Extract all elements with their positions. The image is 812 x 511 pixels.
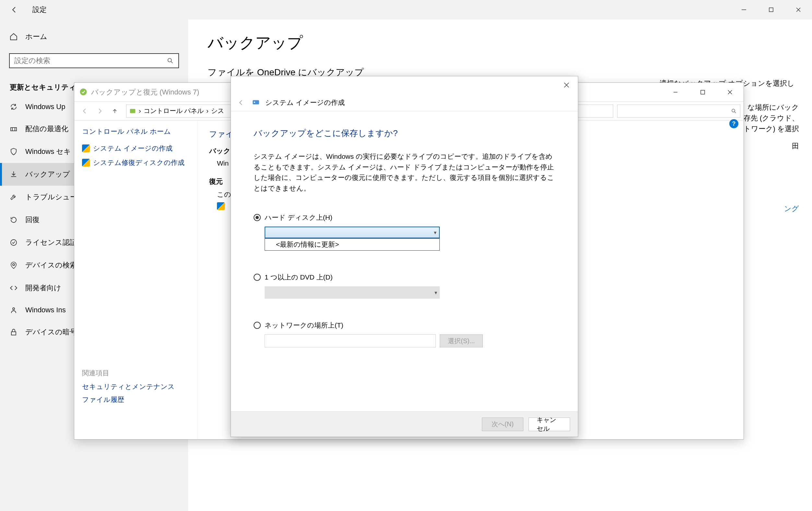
breadcrumb-2[interactable]: シス [211,106,224,115]
svg-rect-12 [130,109,136,113]
hdd-dropdown: <最新の情報に更新> [265,238,440,251]
svg-line-3 [171,62,173,63]
recovery-icon [9,216,18,224]
home-icon [9,32,18,41]
svg-point-7 [13,308,14,310]
svg-rect-15 [253,100,259,104]
close-button[interactable] [785,1,812,18]
location-icon [9,261,18,269]
svg-point-13 [732,109,735,112]
settings-title: 設定 [32,5,47,15]
backup-restore-icon [79,87,89,97]
radio-icon [254,274,261,281]
svg-point-2 [168,58,172,62]
chevron-down-icon: ▾ [435,290,437,296]
help-icon[interactable]: ? [729,119,738,128]
cp-nav-up[interactable] [107,104,122,118]
breadcrumb-icon [129,107,136,115]
search-input[interactable] [14,56,167,65]
minimize-button[interactable] [730,1,757,18]
next-button[interactable]: 次へ(N) [482,418,523,431]
option-hard-disk[interactable]: ハード ディスク上(H) [254,213,555,222]
lock-icon [9,328,18,336]
delivery-icon [9,125,18,133]
related-security[interactable]: セキュリティとメンテナンス [82,382,190,391]
cp-nav-back[interactable] [78,104,92,118]
breadcrumb-sep2: › [206,107,208,115]
chevron-down-icon: ▾ [434,230,436,236]
search-icon [167,57,174,64]
code-icon [9,284,18,292]
option-dvd[interactable]: 1 つ以上の DVD 上(D) [254,273,555,282]
page-title: バックアップ [207,32,792,53]
hdd-combo[interactable]: ▾ [265,226,440,238]
home-nav[interactable]: ホーム [0,26,188,47]
wizard-title: システム イメージの作成 [265,98,345,107]
dropdown-refresh-item[interactable]: <最新の情報に更新> [265,239,439,250]
create-repair-disc-link[interactable]: システム修復ディスクの作成 [82,158,190,167]
cp-title: バックアップと復元 (Windows 7) [91,87,199,97]
settings-back-button[interactable] [6,2,23,18]
related-file-history[interactable]: ファイル履歴 [82,395,190,404]
breadcrumb-1[interactable]: コントロール パネル [144,106,204,115]
breadcrumb-sep: › [139,107,141,115]
wizard-back-button[interactable] [235,97,247,108]
create-system-image-link[interactable]: システム イメージの作成 [82,144,190,153]
cp-close[interactable] [716,84,744,100]
related-head: 関連項目 [82,369,190,378]
insider-icon [9,306,18,314]
shield-icon [9,148,18,156]
home-label: ホーム [25,32,47,42]
svg-point-6 [13,264,14,266]
dvd-combo: ▾ [265,286,440,299]
select-button[interactable]: 選択(S)... [440,334,483,347]
search-box[interactable] [9,53,179,68]
svg-point-5 [11,240,17,245]
cp-minimize[interactable] [662,84,689,100]
shield-icon [217,202,225,210]
svg-rect-8 [11,332,16,335]
search-icon [731,108,737,114]
svg-rect-1 [769,8,773,12]
wizard-icon [252,98,261,107]
wizard-description: システム イメージは、Windows の実行に必要なドライブのコピーです。追加の… [254,151,555,193]
svg-rect-4 [11,128,17,131]
system-image-wizard: システム イメージの作成 バックアップをどこに保存しますか? システム イメージ… [231,76,578,437]
cp-search[interactable] [617,105,740,117]
option-network[interactable]: ネットワークの場所上(T) [254,321,555,330]
cp-maximize[interactable] [689,84,716,100]
wrench-icon [9,193,18,201]
check-icon [9,239,18,246]
cp-nav-forward[interactable] [92,104,107,118]
cancel-button[interactable]: キャンセル [529,418,570,431]
shield-icon [82,144,90,152]
cp-home-link[interactable]: コントロール パネル ホーム [82,127,190,136]
maximize-button[interactable] [757,1,785,18]
svg-point-9 [80,88,87,95]
wizard-close-button[interactable] [558,77,575,93]
radio-icon [254,322,261,329]
svg-line-14 [734,112,736,113]
svg-point-16 [254,101,255,103]
shield-icon [82,159,90,166]
sync-icon [9,103,18,111]
radio-checked-icon [254,214,261,221]
svg-rect-11 [701,90,705,94]
backup-icon [9,170,18,178]
network-path-input[interactable] [265,334,436,347]
wizard-question: バックアップをどこに保存しますか? [254,128,555,139]
